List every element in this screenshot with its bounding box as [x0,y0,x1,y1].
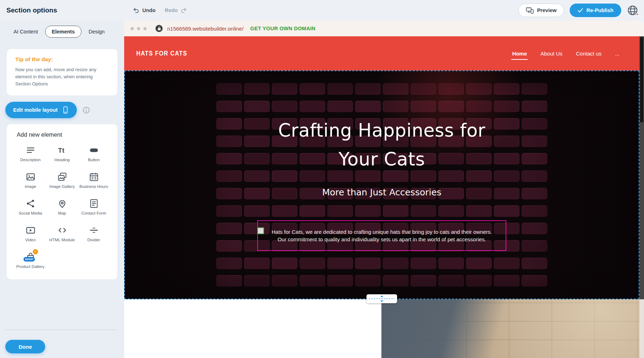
map-pin-icon [57,199,67,209]
language-globe-button[interactable] [627,5,638,16]
heading-icon: Tt [57,145,67,155]
tab-elements[interactable]: Elements [45,26,81,38]
description-icon [26,145,36,155]
site-header[interactable]: HATS FOR CATS Home About Us Contact us .… [124,36,639,70]
section-resize-handle[interactable] [366,294,397,303]
hero-heading[interactable]: Crafting Happiness for Your Cats [278,116,486,174]
add-element-html-module[interactable]: HTML Module [46,224,78,244]
below-fold [124,299,639,358]
shop-pill-badge: SHOP [23,257,35,262]
preview-scrollbar[interactable] [639,36,644,358]
tab-design[interactable]: Design [85,26,108,37]
upgrade-badge-icon: ↑ [33,249,38,254]
nav-more[interactable]: ... [615,51,619,57]
undo-icon [133,7,140,14]
element-label: Social Media [19,211,42,216]
element-label: Contact Form [81,211,106,216]
content-row: AI Content Elements Design Tip of the da… [0,21,644,358]
republish-button[interactable]: Re-Publish [570,4,621,17]
site-viewport: HATS FOR CATS Home About Us Contact us .… [124,36,639,358]
next-section-white [124,299,381,358]
tip-body: Now you can add, move and resize any ele… [15,66,109,88]
redo-icon [180,7,187,14]
add-element-divider[interactable]: Divider [78,224,110,244]
app: Section options Undo Redo Preview Re-Pub… [0,0,644,358]
info-button[interactable] [83,106,90,114]
add-element-product-gallery[interactable]: SHOP ↑ Product Gallery [15,251,46,271]
hero-section-selected[interactable]: Crafting Happiness for Your Cats More th… [124,70,639,299]
hero-paragraph-line1: Hats for Cats, we are dedicated to craft… [261,228,503,236]
hero-paragraph[interactable]: Hats for Cats, we are dedicated to craft… [261,228,503,243]
redo-button[interactable]: Redo [165,7,187,14]
edit-mobile-label: Edit mobile layout [13,107,58,113]
element-label: Video [25,237,36,243]
element-grid: Description Tt Heading Button Image [15,144,110,271]
social-media-icon [26,199,36,209]
add-element-business-hours[interactable]: Business Hours [78,170,110,191]
preview-label: Preview [537,7,556,13]
site-url: n1566589.websitebuilder.online/ [167,26,243,32]
scrollbar-thumb[interactable] [640,37,643,122]
business-hours-icon [89,172,99,182]
check-icon [577,8,583,13]
sidebar-divider [5,330,117,330]
svg-text:Tt: Tt [58,147,64,154]
info-icon [83,106,90,114]
add-element-contact-form[interactable]: Contact Form [78,197,110,217]
element-label: Map [58,211,66,216]
add-element-button[interactable]: Button [78,144,110,164]
contact-form-icon [89,199,99,209]
selected-paragraph-element[interactable]: Hats for Cats, we are dedicated to craft… [257,220,506,251]
html-module-icon [57,225,67,235]
element-label: Description [20,157,41,163]
tip-title: Tip of the day: [15,56,109,63]
hero-subheading[interactable]: More than Just Accessories [322,187,441,198]
sidebar-tabs: AI Content Elements Design [10,26,124,38]
hero-heading-line1: Crafting Happiness for [278,116,486,145]
divider-icon [89,225,99,235]
element-resize-handle[interactable] [257,227,264,234]
preview-button[interactable]: Preview [518,4,564,17]
sidebar: AI Content Elements Design Tip of the da… [0,21,124,358]
sidebar-bottom: Done [0,330,124,358]
nav-home[interactable]: Home [512,51,527,57]
image-gallery-icon [57,172,67,182]
site-nav: Home About Us Contact us ... [512,51,619,57]
add-element-image[interactable]: Image [15,170,46,191]
element-label: Business Hours [79,184,108,189]
add-element-description[interactable]: Description [15,144,46,164]
element-label: Heading [54,157,70,163]
notification-dot [636,13,639,16]
element-label: Image Gallery [49,184,75,189]
browser-chrome-bar: n1566589.websitebuilder.online/ GET YOUR… [124,21,644,36]
nav-about-us[interactable]: About Us [540,51,563,57]
site-logo[interactable]: HATS FOR CATS [136,50,187,57]
add-element-title: Add new element [17,131,110,138]
edit-mobile-row: Edit mobile layout [5,102,124,118]
add-element-image-gallery[interactable]: Image Gallery [46,170,78,191]
browser-window: n1566589.websitebuilder.online/ GET YOUR… [124,21,644,358]
element-label: Image [25,184,36,189]
add-element-heading[interactable]: Tt Heading [46,144,78,164]
get-domain-link[interactable]: GET YOUR OWN DOMAIN [250,26,315,31]
site-area: HATS FOR CATS Home About Us Contact us .… [124,36,644,358]
done-button[interactable]: Done [5,340,45,353]
tip-of-the-day-card: Tip of the day: Now you can add, move an… [7,49,117,95]
element-label: Button [88,157,100,163]
edit-mobile-layout-button[interactable]: Edit mobile layout [5,102,77,118]
page-title: Section options [6,6,57,14]
nav-contact-us[interactable]: Contact us [576,51,602,57]
add-element-card: Add new element Description Tt Heading B… [7,124,117,279]
element-label: Product Gallery [16,264,44,269]
add-element-social-media[interactable]: Social Media [15,197,46,217]
hero-content: Crafting Happiness for Your Cats More th… [125,71,639,299]
tab-ai-content[interactable]: AI Content [10,26,42,37]
element-label: HTML Module [49,237,75,243]
topbar-actions: Preview Re-Publish [518,4,644,17]
devices-icon [526,7,534,14]
undo-label: Undo [142,7,155,13]
republish-label: Re-Publish [586,7,613,13]
add-element-map[interactable]: Map [46,197,78,217]
undo-button[interactable]: Undo [133,7,155,14]
add-element-video[interactable]: Video [15,224,46,244]
